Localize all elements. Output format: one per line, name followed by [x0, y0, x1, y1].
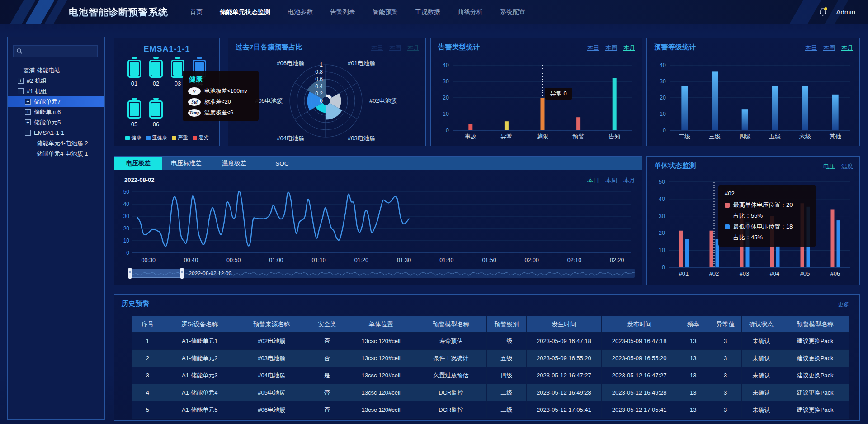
range-link[interactable]: 电压 — [823, 162, 835, 171]
tree-item-label: 霞浦-储能电站 — [23, 67, 60, 75]
nav-item[interactable]: 曲线分析 — [458, 8, 483, 16]
notification-bell-icon[interactable] — [818, 7, 828, 17]
nav-item[interactable]: 告警列表 — [330, 8, 355, 16]
range-link[interactable]: 本周 — [605, 176, 617, 185]
range-link[interactable]: 本日 — [587, 44, 599, 52]
range-link[interactable]: 本日 — [587, 176, 599, 185]
expand-icon[interactable]: + — [18, 78, 24, 84]
trend-tab[interactable]: 电压标准差 — [162, 157, 210, 170]
tooltip-row: V电池极差<100mv — [188, 87, 253, 95]
legend-item[interactable]: 亚健康 — [146, 134, 167, 141]
datazoom-handle-right[interactable] — [180, 268, 184, 279]
svg-text:#04: #04 — [770, 270, 780, 277]
table-cell: 建议更换Pack — [781, 367, 849, 384]
trend-tabs: 电压极差电压标准差温度极差SOC — [114, 157, 642, 170]
range-link[interactable]: 本周 — [823, 44, 835, 52]
battery-icon — [127, 100, 141, 119]
datazoom-slider[interactable]: 2022-08-02 12:00 — [129, 269, 635, 278]
trend-date: 2022-08-02 — [124, 176, 155, 183]
svg-text:02:10: 02:10 — [567, 257, 581, 263]
datazoom-selection[interactable] — [129, 269, 182, 278]
warning-level-bar-chart[interactable]: 010203040二级三级四级五级六级其他 — [651, 57, 856, 144]
trend-tab[interactable]: 电压极差 — [114, 157, 162, 170]
expand-icon[interactable]: + — [25, 109, 31, 115]
tree-item[interactable]: +#2 机组 — [8, 76, 104, 86]
expand-icon[interactable]: + — [25, 119, 31, 125]
datazoom-handle-left[interactable] — [128, 268, 132, 279]
metric-badge: V — [188, 87, 201, 95]
table-cell: A1-储能单元3 — [164, 367, 236, 384]
tree-item[interactable]: +储能单元5 — [8, 117, 104, 128]
table-cell: A1-储能单元4 — [164, 384, 236, 401]
tree-item[interactable]: +储能单元6 — [8, 107, 104, 117]
battery-item[interactable]: 01 — [124, 56, 144, 87]
svg-text:四级: 四级 — [739, 133, 751, 140]
collapse-icon[interactable]: − — [25, 130, 31, 136]
nav-item[interactable]: 工况数据 — [415, 8, 440, 16]
tree-item[interactable]: 储能单元4-电池簇 1 — [8, 148, 104, 159]
table-row[interactable]: 3A1-储能单元3#04电池簇是13csc 120#cell久置过放预估四级20… — [132, 367, 849, 384]
range-link[interactable]: 本月 — [407, 44, 419, 52]
svg-text:10: 10 — [659, 247, 665, 253]
range-link[interactable]: 本周 — [605, 44, 617, 52]
table-cell: A1-储能单元1 — [164, 333, 236, 350]
nav-item[interactable]: 电池参数 — [288, 8, 313, 16]
svg-text:五级: 五级 — [769, 133, 781, 140]
nav-item[interactable]: 首页 — [190, 8, 203, 16]
trend-tab[interactable]: SOC — [258, 157, 306, 170]
range-link[interactable]: 本月 — [623, 176, 635, 185]
tree-item[interactable]: 储能单元4-电池簇 2 — [8, 138, 104, 148]
svg-text:1: 1 — [320, 62, 323, 68]
table-row[interactable]: 2A1-储能单元2#03电池簇否13csc 120#cell条件工况统计五级20… — [132, 350, 849, 367]
legend-item[interactable]: 恶劣 — [193, 134, 209, 141]
svg-text:01:00: 01:00 — [269, 257, 283, 263]
range-link[interactable]: 本日 — [805, 44, 817, 52]
range-link[interactable]: 本月 — [623, 44, 635, 52]
svg-text:#03: #03 — [740, 270, 750, 277]
table-cell: 3 — [709, 333, 741, 350]
table-row[interactable]: 1A1-储能单元1#02电池簇否13csc 120#cell寿命预估二级2023… — [132, 333, 849, 350]
metric-links: 电压温度 — [823, 162, 853, 171]
range-link[interactable]: 本日 — [371, 44, 383, 52]
tooltip-text: 占比：45% — [733, 233, 763, 242]
table-cell: 二级 — [487, 401, 526, 419]
tree-item[interactable]: −EMSA1-1-1 — [8, 128, 104, 138]
main-nav: 首页储能单元状态监测电池参数告警列表智能预警工况数据曲线分析系统配置 — [190, 0, 525, 24]
battery-item[interactable]: 06 — [146, 97, 166, 128]
battery-item[interactable]: 05 — [124, 97, 144, 128]
table-cell: 建议更换Pack — [781, 333, 849, 350]
tree-item[interactable]: +储能单元7 — [8, 96, 104, 107]
table-row[interactable]: 5A1-储能单元5#06电池簇否13csc 120#cellDCR监控二级202… — [132, 401, 849, 419]
alarm-type-bar-chart[interactable]: 010203040事故异常越限预警告知 — [435, 57, 638, 144]
legend-item[interactable]: 严重 — [172, 134, 188, 141]
table-cell: 建议更换Pack — [781, 350, 849, 367]
range-link[interactable]: 本周 — [389, 44, 401, 52]
table-cell: 二级 — [487, 333, 526, 350]
dashboard: 电池智能诊断预警系统 首页储能单元状态监测电池参数告警列表智能预警工况数据曲线分… — [0, 0, 868, 424]
tree-item-label: #1 机组 — [27, 87, 47, 95]
battery-item[interactable]: 02 — [146, 56, 166, 87]
nav-item[interactable]: 系统配置 — [500, 8, 525, 16]
range-link[interactable]: 温度 — [841, 162, 853, 171]
legend-item[interactable]: 健康 — [125, 134, 142, 141]
tooltip-text: 最低单体电压位置：18 — [733, 223, 793, 231]
table-cell: #03电池簇 — [236, 350, 307, 367]
tree-item[interactable]: 霞浦-储能电站 — [8, 65, 104, 76]
table-row[interactable]: 4A1-储能单元4#05电池簇否13csc 120#cellDCR监控二级202… — [132, 384, 849, 401]
trend-line-chart[interactable]: 0102030405000:3000:4000:5001:0001:1001:2… — [120, 187, 637, 265]
table-cell: #02电池簇 — [236, 333, 307, 350]
expand-icon[interactable]: + — [25, 99, 31, 105]
range-link[interactable]: 本月 — [841, 44, 853, 52]
nav-item[interactable]: 储能单元状态监测 — [220, 8, 270, 16]
search-box[interactable] — [13, 45, 98, 57]
nav-item[interactable]: 智能预警 — [373, 8, 398, 16]
collapse-icon[interactable]: − — [18, 88, 24, 94]
search-input[interactable] — [23, 48, 94, 55]
more-link[interactable]: 更多 — [838, 300, 849, 309]
trend-tab[interactable]: 温度极差 — [210, 157, 258, 170]
tree-item[interactable]: −#1 机组 — [8, 86, 104, 96]
user-name[interactable]: Admin — [836, 8, 855, 16]
svg-text:01:30: 01:30 — [397, 257, 411, 263]
table-cell: 13csc 120#cell — [347, 333, 415, 350]
table-cell: 2023-05-09 16:55:20 — [602, 350, 677, 367]
